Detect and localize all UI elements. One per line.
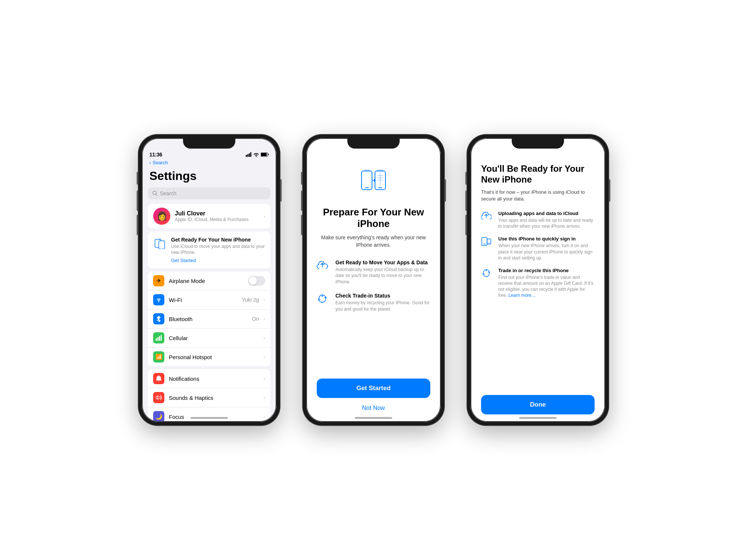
learn-more-link[interactable]: Learn more… [508,293,536,298]
ready-item-title-2: Use this iPhone to quickly sign in [498,236,595,242]
home-indicator-1 [190,417,228,419]
phone-3-screen: You'll Be Ready for Your New iPhone That… [471,138,605,422]
cellular-label: Cellular [169,335,259,341]
svg-rect-0 [246,155,247,157]
ready-item-desc-2: When your new iPhone arrives, turn it on… [498,243,595,261]
svg-rect-22 [377,169,383,171]
notch-3 [512,138,564,149]
side-button-silent-3 [465,172,467,185]
done-button[interactable]: Done [481,395,595,414]
svg-line-7 [156,194,157,196]
home-indicator-2 [355,417,392,419]
sounds-icon [153,392,164,403]
bluetooth-row[interactable]: Bluetooth On › [148,309,270,329]
promo-get-started-link[interactable]: Get Started [171,258,265,263]
side-button-vol-down-2 [301,215,303,235]
profile-section: 👩 Juli Clover Apple ID, iCloud, Media & … [148,204,270,228]
side-button-silent-2 [301,172,303,185]
bluetooth-icon [153,313,164,324]
svg-rect-5 [261,153,267,156]
prepare-phones-icon [359,167,388,199]
svg-rect-19 [364,169,370,171]
ready-subtitle: That's it for now – your iPhone is using… [481,189,595,202]
ready-item-title-3: Trade in or recycle this iPhone [498,268,595,273]
side-button-vol-down [137,215,138,235]
recycle-icon-1 [317,293,330,306]
ready-item-text-2: Use this iPhone to quickly sign in When … [498,236,595,261]
notifications-row[interactable]: Notifications › [148,369,270,388]
feature-title-2: Check Trade-in Status [335,293,430,299]
airplane-toggle[interactable] [248,276,265,286]
prepare-title: Prepare For Your New iPhone [317,206,430,230]
connectivity-section: ✈ Airplane Mode Wi-Fi Yuki 2g › [148,271,270,366]
feature-text-2: Check Trade-in Status Earn money by recy… [335,293,430,312]
svg-rect-2 [249,153,250,157]
get-started-button[interactable]: Get Started [317,379,430,398]
phone-3: You'll Be Ready for Your New iPhone That… [467,134,609,426]
cellular-row[interactable]: Cellular › [148,329,270,348]
avatar: 👩 [153,208,170,225]
wifi-chevron: › [263,297,265,303]
settings-title: Settings [142,168,276,187]
feature-desc-2: Earn money by recycling your iPhone. Goo… [335,300,430,312]
wifi-value: Yuki 2g [242,297,259,303]
promo-title: Get Ready For Your New iPhone [171,237,265,243]
svg-rect-14 [156,338,157,341]
chevron-left-icon: ‹ [149,160,151,165]
profile-name: Juli Clover [175,210,259,217]
promo-text: Get Ready For Your New iPhone Use iCloud… [171,237,265,263]
prepare-screen: Prepare For Your New iPhone Make sure ev… [306,138,441,422]
status-icons [246,152,269,157]
chevron-icon: › [263,213,265,219]
back-bar[interactable]: ‹ Search [142,159,276,168]
airplane-mode-row[interactable]: ✈ Airplane Mode [148,271,270,290]
svg-rect-16 [159,336,160,341]
side-button-vol-down-3 [465,215,467,235]
focus-chevron: › [263,414,265,420]
promo-desc: Use iCloud to move your apps and data to… [171,244,265,255]
ready-item-text-3: Trade in or recycle this iPhone Find out… [498,268,595,299]
profile-row[interactable]: 👩 Juli Clover Apple ID, iCloud, Media & … [148,204,270,228]
hotspot-label: Personal Hotspot [169,354,259,360]
profile-sublabel: Apple ID, iCloud, Media & Purchases [175,217,259,222]
wifi-row[interactable]: Wi-Fi Yuki 2g › [148,290,270,309]
side-button-vol-up [137,190,138,211]
notch-2 [347,138,400,149]
sounds-chevron: › [263,395,265,401]
hotspot-row[interactable]: 📶 Personal Hotspot › [148,348,270,366]
wifi-row-icon [153,294,164,305]
ready-item-title-1: Uploading apps and data to iCloud [498,211,595,216]
phone-signin-icon [481,236,493,248]
feature-item-2: Check Trade-in Status Earn money by recy… [317,293,430,312]
hotspot-chevron: › [263,354,265,360]
ready-item-desc-3: Find out your iPhone's trade-in value an… [498,274,595,299]
notifications-label: Notifications [169,376,259,382]
search-bar[interactable]: Search [148,187,270,199]
settings-screen: 11:36 ‹ Search Settings Search [142,138,276,422]
feature-text-1: Get Ready to Move Your Apps & Data Autom… [335,259,430,285]
focus-row[interactable]: 🌙 Focus › [148,407,270,422]
side-button-vol-up-2 [301,190,303,211]
cloud-upload-icon-2 [481,211,493,223]
bluetooth-chevron: › [263,316,265,322]
cellular-icon [153,332,164,343]
phone-2-screen: Prepare For Your New iPhone Make sure ev… [306,138,441,422]
svg-rect-3 [250,152,251,157]
hotspot-icon: 📶 [153,351,164,363]
feature-item-1: Get Ready to Move Your Apps & Data Autom… [317,259,430,285]
focus-icon: 🌙 [153,411,164,422]
home-indicator-3 [519,417,557,419]
svg-rect-9 [159,241,165,249]
sounds-row[interactable]: Sounds & Haptics › [148,388,270,407]
feature-desc-1: Automatically keep your iCloud backup up… [335,267,430,285]
search-icon [152,191,158,196]
svg-rect-30 [487,239,491,244]
feature-title-1: Get Ready to Move Your Apps & Data [335,259,430,265]
not-now-button[interactable]: Not Now [359,402,388,414]
search-placeholder: Search [160,190,176,196]
svg-rect-15 [158,337,159,341]
cellular-chevron: › [263,335,265,341]
status-time: 11:36 [149,152,162,158]
avatar-emoji: 👩 [157,211,167,221]
ready-item-3: Trade in or recycle this iPhone Find out… [481,268,595,299]
